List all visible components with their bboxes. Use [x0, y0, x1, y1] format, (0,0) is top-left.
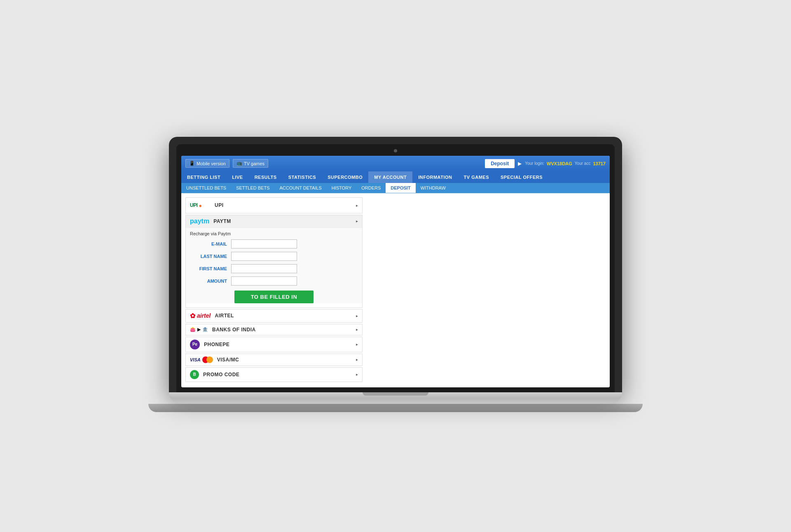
lastname-input[interactable]: [231, 252, 297, 261]
banks-arrow-icon: ▸: [356, 327, 358, 332]
subnav-orders[interactable]: ORDERS: [356, 183, 386, 193]
visa-label: VISA/MC: [217, 357, 239, 363]
screen-bezel: 📱 Mobile version 📺 TV games Deposit ▶ Yo…: [176, 144, 615, 392]
recharge-label: Recharge via Paytm: [186, 228, 362, 238]
airtel-arrow-icon: ▸: [356, 314, 358, 318]
airtel-label: AIRTEL: [215, 313, 234, 319]
mastercard-logo: [202, 356, 213, 363]
subnav-withdraw[interactable]: WITHDRAW: [416, 183, 451, 193]
tv-icon: 📺: [236, 161, 242, 166]
nav-supercombo[interactable]: SUPERCOMBO: [322, 171, 368, 183]
banks-label: BANKS OF INDIA: [212, 327, 256, 333]
payment-item-phonepe-header[interactable]: Pe PHONEPE ▸: [186, 337, 362, 352]
nav-tv-games[interactable]: TV GAMES: [458, 171, 495, 183]
paytm-arrow-icon: ▸: [356, 219, 358, 223]
banks-logo: 👛 ▶ 🏦: [190, 327, 208, 332]
firstname-label: FIRST NAME: [190, 266, 227, 271]
promo-label: PROMO CODE: [203, 372, 239, 377]
top-bar-right: Deposit ▶ Your login: WVX18DAG Your acc …: [485, 159, 606, 168]
payment-item-banks-left: 👛 ▶ 🏦 BANKS OF INDIA: [190, 327, 256, 333]
laptop-bottom: [148, 404, 643, 412]
account-label: Your acc: [575, 161, 591, 166]
phonepe-logo: Pe: [190, 340, 200, 349]
nav-special-offers[interactable]: SPECIAL OFFERS: [495, 171, 548, 183]
subnav-settled-bets[interactable]: SETTLED BETS: [231, 183, 274, 193]
nav-betting-list[interactable]: BETTING LIST: [181, 171, 226, 183]
main-content: UPI ◆ UPI ▸: [181, 193, 610, 387]
promo-arrow-icon: ▸: [356, 372, 358, 377]
nav-statistics[interactable]: STATISTICS: [283, 171, 322, 183]
subnav-deposit[interactable]: DEPOSIT: [386, 183, 415, 193]
upi-logo: UPI ◆: [190, 200, 211, 211]
bonus-logo: B: [190, 370, 199, 379]
nav-information[interactable]: INFORMATION: [412, 171, 458, 183]
payment-item-promo-header[interactable]: B PROMO CODE ▸: [186, 368, 362, 382]
svg-text:◆: ◆: [199, 204, 202, 208]
firstname-input[interactable]: [231, 264, 297, 273]
tv-games-label: TV games: [244, 161, 264, 166]
payment-item-phonepe[interactable]: Pe PHONEPE ▸: [185, 337, 363, 352]
amount-row: AMOUNT: [186, 275, 362, 287]
login-value: WVX18DAG: [547, 161, 572, 166]
payment-item-paytm-header[interactable]: paytm PAYTM ▸: [186, 215, 362, 227]
subnav-unsettled-bets[interactable]: UNSETTLED BETS: [181, 183, 231, 193]
subnav-history[interactable]: HISTORY: [327, 183, 357, 193]
payment-item-airtel[interactable]: ✿ airtel AIRTEL ▸: [185, 309, 363, 323]
payment-item-promo[interactable]: B PROMO CODE ▸: [185, 367, 363, 382]
firstname-row: FIRST NAME: [186, 262, 362, 275]
laptop-base: [169, 392, 622, 404]
payment-item-promo-left: B PROMO CODE: [190, 370, 239, 379]
login-label: Your login:: [525, 161, 544, 166]
mc-orange-circle: [206, 356, 213, 363]
user-info: Your login: WVX18DAG Your acc 13717: [525, 161, 606, 166]
paytm-label: PAYTM: [213, 218, 231, 224]
paytm-form: Recharge via Paytm E-MAIL LAST NAME: [186, 227, 362, 303]
visa-text: VISA: [190, 357, 201, 362]
tv-games-button[interactable]: 📺 TV games: [233, 159, 268, 168]
mobile-version-label: Mobile version: [197, 161, 226, 166]
upi-label: UPI: [215, 202, 224, 208]
laptop-frame: 📱 Mobile version 📺 TV games Deposit ▶ Yo…: [169, 137, 622, 392]
payment-item-banks-header[interactable]: 👛 ▶ 🏦 BANKS OF INDIA ▸: [186, 324, 362, 335]
visa-arrow-icon: ▸: [356, 357, 358, 362]
amount-label: AMOUNT: [190, 279, 227, 284]
payment-item-visa-left: VISA VISA/MC: [190, 356, 239, 363]
payment-item-paytm[interactable]: paytm PAYTM ▸ Recharge via Paytm E-MAIL: [185, 215, 363, 308]
payment-item-upi-header[interactable]: UPI ◆ UPI ▸: [186, 198, 362, 213]
lastname-label: LAST NAME: [190, 254, 227, 259]
phonepe-arrow-icon: ▸: [356, 342, 358, 347]
lastname-row: LAST NAME: [186, 250, 362, 262]
subnav-account-details[interactable]: ACCOUNT DETAILS: [274, 183, 326, 193]
email-input[interactable]: [231, 239, 297, 248]
payment-item-airtel-header[interactable]: ✿ airtel AIRTEL ▸: [186, 309, 362, 322]
payment-item-visa[interactable]: VISA VISA/MC ▸: [185, 354, 363, 366]
submit-button[interactable]: TO BE FILLED IN: [234, 291, 314, 303]
email-label: E-MAIL: [190, 241, 227, 246]
deposit-button[interactable]: Deposit: [485, 159, 515, 168]
top-bar: 📱 Mobile version 📺 TV games Deposit ▶ Yo…: [181, 156, 610, 171]
payment-item-upi[interactable]: UPI ◆ UPI ▸: [185, 197, 363, 213]
payment-item-paytm-left: paytm PAYTM: [190, 218, 231, 225]
main-navigation: BETTING LIST LIVE RESULTS STATISTICS SUP…: [181, 171, 610, 183]
paytm-logo: paytm: [190, 218, 209, 225]
phonepe-label: PHONEPE: [204, 342, 229, 347]
mobile-icon: 📱: [189, 161, 195, 166]
payment-item-airtel-left: ✿ airtel AIRTEL: [190, 312, 234, 320]
mobile-version-button[interactable]: 📱 Mobile version: [185, 159, 229, 168]
bank-icon: 🏦: [202, 327, 208, 332]
arrow-icon: ▶: [518, 161, 522, 166]
payment-methods-list: UPI ◆ UPI ▸: [185, 197, 363, 382]
sub-navigation: UNSETTLED BETS SETTLED BETS ACCOUNT DETA…: [181, 183, 610, 193]
nav-live[interactable]: LIVE: [226, 171, 248, 183]
nav-results[interactable]: RESULTS: [249, 171, 283, 183]
visa-mc-logo: VISA: [190, 356, 213, 363]
email-row: E-MAIL: [186, 238, 362, 250]
payment-item-visa-header[interactable]: VISA VISA/MC ▸: [186, 354, 362, 366]
svg-text:UPI: UPI: [190, 202, 198, 208]
wallet-icon: 👛: [190, 327, 196, 332]
upi-arrow-icon: ▸: [356, 203, 358, 208]
airtel-logo: ✿ airtel: [190, 312, 211, 320]
payment-item-banks[interactable]: 👛 ▶ 🏦 BANKS OF INDIA ▸: [185, 324, 363, 335]
nav-my-account[interactable]: MY ACCOUNT: [368, 171, 412, 183]
amount-input[interactable]: [231, 277, 297, 286]
